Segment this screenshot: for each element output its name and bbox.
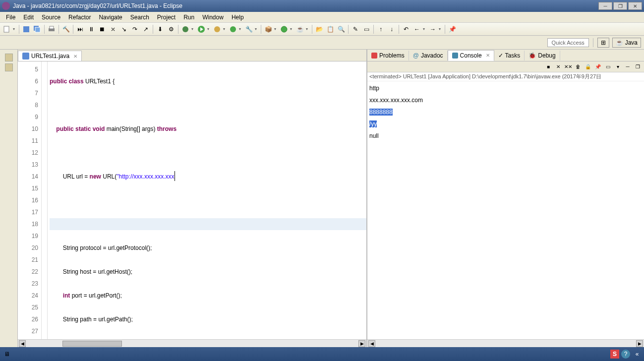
tab-debug[interactable]: 🐞 Debug	[525, 51, 560, 60]
scroll-thumb[interactable]	[62, 341, 122, 347]
external-tools-dropdown[interactable]: ▾	[255, 27, 259, 31]
use-step-filters-button[interactable]: ⚙	[166, 24, 176, 34]
run-button[interactable]	[196, 24, 206, 34]
quick-access-input[interactable]: Quick Access	[547, 38, 589, 47]
folding-column[interactable]	[42, 61, 48, 339]
display-console-button[interactable]: ▭	[603, 62, 612, 71]
tray-icon[interactable]: 🖥	[2, 349, 12, 359]
tray-help-icon[interactable]: ?	[621, 350, 630, 359]
code-text: URL url =	[50, 173, 90, 180]
svg-point-11	[281, 26, 287, 32]
maximize-view-button[interactable]: ❐	[633, 62, 642, 71]
menu-edit[interactable]: Edit	[19, 13, 38, 22]
new-class-button[interactable]	[279, 24, 289, 34]
open-task-button[interactable]: 📋	[325, 24, 335, 34]
console-line: /yy	[369, 118, 642, 130]
step-over-button[interactable]: ↷	[130, 24, 140, 34]
menu-file[interactable]: File	[2, 13, 19, 22]
debug-pause-button[interactable]: ⏸	[86, 24, 96, 34]
console-scrollbar[interactable]: ◀ ▶	[367, 339, 644, 347]
restore-view-icon-2[interactable]	[5, 63, 13, 71]
back-button[interactable]: ←	[412, 24, 422, 34]
external-tools-button[interactable]: 🔧	[244, 24, 254, 34]
coverage-dropdown[interactable]: ▾	[223, 27, 227, 31]
open-console-button[interactable]: ▾	[613, 62, 622, 71]
menu-refactor[interactable]: Refactor	[64, 13, 95, 22]
open-perspective-button[interactable]: ⊞	[597, 38, 609, 48]
search-button[interactable]: 🔍	[336, 24, 346, 34]
menu-help[interactable]: Help	[228, 13, 248, 22]
menu-source[interactable]: Source	[38, 13, 64, 22]
toggle-mark-button[interactable]: ✎	[351, 24, 360, 34]
run-last-dropdown[interactable]: ▾	[239, 27, 243, 31]
close-button[interactable]: ✕	[628, 2, 642, 10]
debug-dropdown[interactable]: ▾	[191, 27, 195, 31]
build-button[interactable]: 🔨	[61, 24, 71, 34]
remove-launch-button[interactable]: ✕	[554, 62, 563, 71]
tab-close-icon[interactable]: ✕	[73, 54, 77, 59]
prev-annotation-button[interactable]: ↑	[376, 24, 386, 34]
pin-console-button[interactable]: 📌	[593, 62, 602, 71]
code-area[interactable]: public class URLTest1 { public static vo…	[48, 61, 366, 339]
console-output[interactable]: http xxx.xxx.xxx.xxx.com 8888888 /yy nul…	[367, 81, 644, 339]
step-into-button[interactable]: ↘	[119, 24, 129, 34]
tab-problems[interactable]: Problems	[367, 51, 409, 60]
tab-label: Tasks	[505, 52, 521, 59]
menu-project[interactable]: Project	[153, 13, 179, 22]
java-perspective-button[interactable]: ☕ Java	[612, 38, 641, 48]
toggle-block-button[interactable]: ▭	[361, 24, 371, 34]
new-button[interactable]	[2, 24, 12, 34]
menu-run[interactable]: Run	[179, 13, 198, 22]
debug-button[interactable]	[180, 24, 190, 34]
coverage-button[interactable]	[212, 24, 222, 34]
maximize-button[interactable]: ❐	[613, 2, 627, 10]
print-button[interactable]	[47, 24, 57, 34]
tab-console[interactable]: Console ✕	[448, 50, 494, 61]
editor-tab-urltest1[interactable]: URLTest1.java ✕	[18, 51, 82, 61]
debug-stop-button[interactable]: ⏹	[97, 24, 107, 34]
debug-disconnect-button[interactable]: ⤫	[108, 24, 118, 34]
run-dropdown[interactable]: ▾	[207, 27, 211, 31]
remove-all-button[interactable]: ✕✕	[564, 62, 573, 71]
next-annotation-button[interactable]: ↓	[387, 24, 397, 34]
scroll-right-arrow[interactable]: ▶	[636, 340, 643, 347]
save-button[interactable]	[21, 24, 31, 34]
new-java-button[interactable]: ☕	[295, 24, 305, 34]
save-all-button[interactable]	[32, 24, 42, 34]
run-last-button[interactable]	[228, 24, 238, 34]
new-class-dropdown[interactable]: ▾	[290, 27, 294, 31]
pin-button[interactable]: 📌	[447, 24, 457, 34]
minimize-view-button[interactable]: ─	[623, 62, 632, 71]
scroll-left-arrow[interactable]: ◀	[368, 340, 375, 347]
forward-dropdown[interactable]: ▾	[439, 27, 443, 31]
terminate-button[interactable]: ■	[544, 62, 553, 71]
scroll-left-arrow[interactable]: ◀	[19, 340, 26, 347]
last-edit-button[interactable]: ↶	[401, 24, 411, 34]
back-dropdown[interactable]: ▾	[423, 27, 427, 31]
new-java-dropdown[interactable]: ▾	[306, 27, 310, 31]
menu-window[interactable]: Window	[198, 13, 228, 22]
tab-close-icon[interactable]: ✕	[486, 53, 490, 58]
minimize-button[interactable]: ─	[598, 2, 612, 10]
restore-view-icon[interactable]	[5, 54, 13, 61]
menu-navigate[interactable]: Navigate	[95, 13, 126, 22]
menu-search[interactable]: Search	[126, 13, 153, 22]
drop-frame-button[interactable]: ⬇	[155, 24, 165, 34]
tab-javadoc[interactable]: @ Javadoc	[409, 51, 448, 60]
new-package-button[interactable]: 📦	[263, 24, 273, 34]
forward-button[interactable]: →	[428, 24, 438, 34]
new-package-dropdown[interactable]: ▾	[274, 27, 278, 31]
code-editor[interactable]: 5678 9101112 13141516 17181920 21222324 …	[18, 61, 366, 339]
scroll-right-arrow[interactable]: ▶	[358, 340, 365, 347]
tray-expand-icon[interactable]: «	[632, 349, 642, 359]
new-dropdown[interactable]: ▾	[13, 27, 17, 31]
clear-console-button[interactable]: 🗑	[574, 62, 583, 71]
tray-s-icon[interactable]: S	[610, 350, 619, 359]
debug-skip-button[interactable]: ⏭	[75, 24, 85, 34]
horizontal-scrollbar[interactable]: ◀ ▶	[18, 339, 366, 347]
scroll-lock-button[interactable]: 🔒	[584, 62, 592, 71]
svg-rect-1	[23, 26, 29, 32]
open-type-button[interactable]: 📂	[314, 24, 324, 34]
tab-tasks[interactable]: ✓ Tasks	[494, 51, 525, 60]
step-return-button[interactable]: ↗	[141, 24, 151, 34]
